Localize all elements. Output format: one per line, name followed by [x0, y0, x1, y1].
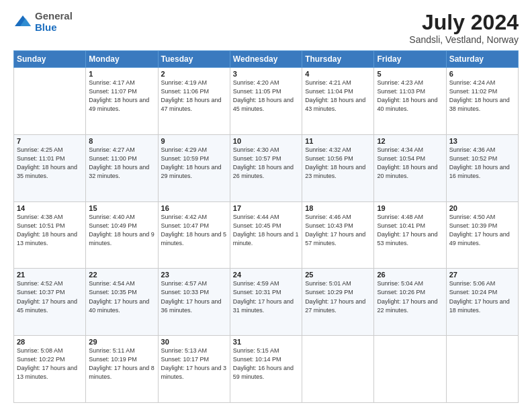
day-info: Sunrise: 4:59 AMSunset: 10:31 PMDaylight…	[233, 279, 299, 314]
calendar-cell: 26Sunrise: 5:04 AMSunset: 10:26 PMDaylig…	[374, 269, 446, 336]
day-number: 28	[17, 338, 83, 346]
logo-icon	[13, 13, 32, 32]
day-number: 3	[233, 70, 299, 78]
day-number: 17	[233, 204, 299, 212]
calendar-cell	[14, 68, 86, 135]
day-number: 30	[161, 338, 227, 346]
day-info: Sunrise: 4:27 AMSunset: 11:00 PMDaylight…	[89, 146, 154, 181]
calendar-cell: 27Sunrise: 5:06 AMSunset: 10:24 PMDaylig…	[446, 269, 518, 336]
calendar-week-2: 7Sunrise: 4:25 AMSunset: 11:01 PMDayligh…	[14, 134, 519, 201]
day-number: 31	[233, 338, 299, 346]
calendar-cell	[302, 336, 374, 403]
calendar-cell: 10Sunrise: 4:30 AMSunset: 10:57 PMDaylig…	[230, 134, 302, 201]
calendar-cell: 28Sunrise: 5:08 AMSunset: 10:22 PMDaylig…	[14, 336, 86, 403]
logo-general-text: General	[35, 10, 73, 21]
calendar-cell: 12Sunrise: 4:34 AMSunset: 10:54 PMDaylig…	[374, 134, 446, 201]
day-number: 25	[305, 271, 371, 279]
day-info: Sunrise: 4:25 AMSunset: 11:01 PMDaylight…	[17, 146, 83, 181]
calendar-cell: 17Sunrise: 4:44 AMSunset: 10:45 PMDaylig…	[230, 201, 302, 269]
day-info: Sunrise: 4:40 AMSunset: 10:49 PMDaylight…	[89, 213, 154, 248]
month-title: July 2024	[409, 11, 519, 34]
calendar-cell: 22Sunrise: 4:54 AMSunset: 10:35 PMDaylig…	[86, 269, 158, 336]
calendar-cell: 29Sunrise: 5:11 AMSunset: 10:19 PMDaylig…	[86, 336, 158, 403]
calendar-cell: 14Sunrise: 4:38 AMSunset: 10:51 PMDaylig…	[14, 201, 86, 269]
day-info: Sunrise: 5:15 AMSunset: 10:14 PMDaylight…	[233, 347, 299, 381]
day-info: Sunrise: 4:50 AMSunset: 10:39 PMDaylight…	[449, 213, 515, 248]
calendar-cell: 15Sunrise: 4:40 AMSunset: 10:49 PMDaylig…	[86, 201, 158, 269]
day-number: 2	[161, 70, 227, 78]
calendar-cell: 23Sunrise: 4:57 AMSunset: 10:33 PMDaylig…	[158, 269, 230, 336]
day-info: Sunrise: 4:48 AMSunset: 10:41 PMDaylight…	[377, 213, 443, 248]
day-number: 29	[89, 338, 154, 346]
col-saturday: Saturday	[446, 51, 518, 68]
day-number: 5	[377, 70, 443, 78]
day-number: 18	[305, 204, 371, 212]
day-info: Sunrise: 4:57 AMSunset: 10:33 PMDaylight…	[161, 279, 227, 314]
day-info: Sunrise: 4:17 AMSunset: 11:07 PMDaylight…	[89, 79, 154, 113]
day-number: 15	[89, 204, 154, 212]
day-number: 1	[89, 70, 154, 78]
calendar-week-5: 28Sunrise: 5:08 AMSunset: 10:22 PMDaylig…	[14, 336, 519, 403]
day-info: Sunrise: 5:04 AMSunset: 10:26 PMDaylight…	[377, 279, 443, 314]
calendar-week-3: 14Sunrise: 4:38 AMSunset: 10:51 PMDaylig…	[14, 201, 519, 269]
day-info: Sunrise: 4:52 AMSunset: 10:37 PMDaylight…	[17, 279, 83, 314]
day-number: 22	[89, 271, 154, 279]
day-number: 20	[449, 204, 515, 212]
day-number: 21	[17, 271, 83, 279]
calendar-cell: 4Sunrise: 4:21 AMSunset: 11:04 PMDayligh…	[302, 68, 374, 135]
day-info: Sunrise: 4:44 AMSunset: 10:45 PMDaylight…	[233, 213, 299, 248]
calendar-cell: 18Sunrise: 4:46 AMSunset: 10:43 PMDaylig…	[302, 201, 374, 269]
calendar-cell	[374, 336, 446, 403]
day-number: 27	[449, 271, 515, 279]
calendar-cell: 19Sunrise: 4:48 AMSunset: 10:41 PMDaylig…	[374, 201, 446, 269]
logo-blue-text: Blue	[35, 21, 57, 33]
col-sunday: Sunday	[14, 51, 86, 68]
logo: General Blue	[13, 11, 73, 33]
calendar-cell: 2Sunrise: 4:19 AMSunset: 11:06 PMDayligh…	[158, 68, 230, 135]
day-number: 12	[377, 137, 443, 145]
day-info: Sunrise: 4:19 AMSunset: 11:06 PMDaylight…	[161, 79, 227, 113]
day-number: 16	[161, 204, 227, 212]
calendar-cell: 6Sunrise: 4:24 AMSunset: 11:02 PMDayligh…	[446, 68, 518, 135]
day-number: 13	[449, 137, 515, 145]
calendar-cell: 8Sunrise: 4:27 AMSunset: 11:00 PMDayligh…	[86, 134, 158, 201]
day-info: Sunrise: 4:38 AMSunset: 10:51 PMDaylight…	[17, 213, 83, 248]
day-info: Sunrise: 4:34 AMSunset: 10:54 PMDaylight…	[377, 146, 443, 181]
day-info: Sunrise: 4:21 AMSunset: 11:04 PMDaylight…	[305, 79, 371, 113]
col-monday: Monday	[86, 51, 158, 68]
calendar-week-4: 21Sunrise: 4:52 AMSunset: 10:37 PMDaylig…	[14, 269, 519, 336]
col-thursday: Thursday	[302, 51, 374, 68]
col-wednesday: Wednesday	[230, 51, 302, 68]
day-number: 8	[89, 137, 154, 145]
day-number: 6	[449, 70, 515, 78]
calendar-cell: 20Sunrise: 4:50 AMSunset: 10:39 PMDaylig…	[446, 201, 518, 269]
day-info: Sunrise: 5:06 AMSunset: 10:24 PMDaylight…	[449, 279, 515, 314]
day-number: 19	[377, 204, 443, 212]
calendar-cell: 24Sunrise: 4:59 AMSunset: 10:31 PMDaylig…	[230, 269, 302, 336]
page: General Blue July 2024 Sandsli, Vestland…	[0, 0, 532, 411]
day-number: 24	[233, 271, 299, 279]
day-number: 14	[17, 204, 83, 212]
calendar-table: Sunday Monday Tuesday Wednesday Thursday…	[13, 50, 519, 403]
calendar-cell: 13Sunrise: 4:36 AMSunset: 10:52 PMDaylig…	[446, 134, 518, 201]
day-info: Sunrise: 5:08 AMSunset: 10:22 PMDaylight…	[17, 347, 83, 381]
day-number: 4	[305, 70, 371, 78]
calendar-cell: 16Sunrise: 4:42 AMSunset: 10:47 PMDaylig…	[158, 201, 230, 269]
calendar-cell: 5Sunrise: 4:23 AMSunset: 11:03 PMDayligh…	[374, 68, 446, 135]
day-info: Sunrise: 4:46 AMSunset: 10:43 PMDaylight…	[305, 213, 371, 248]
calendar-cell: 31Sunrise: 5:15 AMSunset: 10:14 PMDaylig…	[230, 336, 302, 403]
calendar-cell: 21Sunrise: 4:52 AMSunset: 10:37 PMDaylig…	[14, 269, 86, 336]
day-info: Sunrise: 4:54 AMSunset: 10:35 PMDaylight…	[89, 279, 154, 314]
calendar-cell: 25Sunrise: 5:01 AMSunset: 10:29 PMDaylig…	[302, 269, 374, 336]
day-info: Sunrise: 5:11 AMSunset: 10:19 PMDaylight…	[89, 347, 154, 381]
calendar-cell: 11Sunrise: 4:32 AMSunset: 10:56 PMDaylig…	[302, 134, 374, 201]
subtitle: Sandsli, Vestland, Norway	[409, 34, 519, 45]
header: General Blue July 2024 Sandsli, Vestland…	[13, 11, 519, 45]
day-number: 7	[17, 137, 83, 145]
day-number: 23	[161, 271, 227, 279]
calendar-cell: 30Sunrise: 5:13 AMSunset: 10:17 PMDaylig…	[158, 336, 230, 403]
calendar-week-1: 1Sunrise: 4:17 AMSunset: 11:07 PMDayligh…	[14, 68, 519, 135]
day-info: Sunrise: 4:32 AMSunset: 10:56 PMDaylight…	[305, 146, 371, 181]
logo-text: General Blue	[35, 11, 73, 33]
title-block: July 2024 Sandsli, Vestland, Norway	[409, 11, 519, 45]
